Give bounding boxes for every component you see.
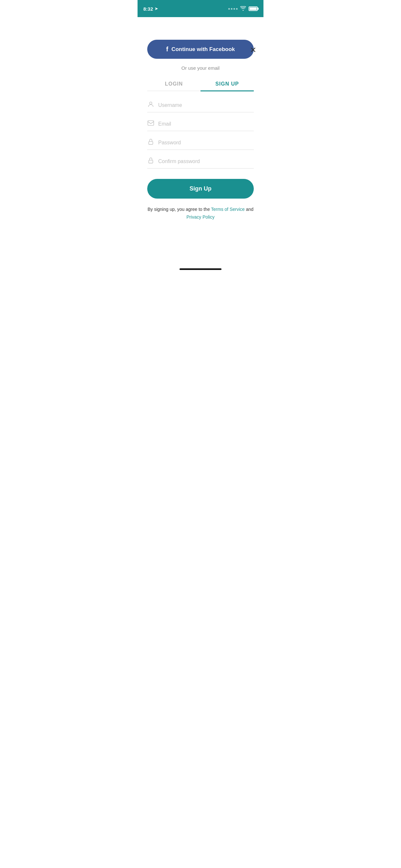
tab-signup[interactable]: SIGN UP [201, 77, 254, 91]
auth-tabs: LOGIN SIGN UP [147, 77, 254, 91]
location-icon: ➤ [155, 6, 158, 11]
lock-icon [147, 138, 154, 147]
home-indicator [180, 268, 221, 270]
battery-icon [249, 6, 258, 11]
password-input[interactable] [158, 140, 254, 146]
email-field-group [147, 120, 254, 131]
email-input[interactable] [158, 121, 254, 127]
main-content: ✕ f Continue with Facebook Or use your e… [137, 40, 264, 221]
signup-button[interactable]: Sign Up [147, 179, 254, 198]
teal-accent-line [137, 16, 264, 17]
or-text: Or use your email [147, 65, 254, 71]
username-input[interactable] [158, 102, 254, 108]
close-button[interactable]: ✕ [250, 46, 256, 54]
status-time: 8:32 ➤ [143, 6, 158, 11]
tab-login[interactable]: LOGIN [147, 77, 201, 91]
confirm-password-input[interactable] [158, 159, 254, 164]
terms-of-service-link[interactable]: Terms of Service [211, 207, 245, 212]
time-label: 8:32 [143, 6, 153, 11]
status-icons [228, 6, 258, 11]
confirm-password-field-group [147, 157, 254, 168]
facebook-icon: f [166, 45, 168, 53]
privacy-policy-link[interactable]: Privacy Policy [186, 214, 214, 220]
person-icon [147, 101, 154, 110]
terms-text: By signing up, you agree to the Terms of… [147, 206, 254, 221]
confirm-lock-icon [147, 157, 154, 166]
email-icon [147, 120, 154, 128]
svg-rect-3 [149, 160, 153, 163]
status-bar: 8:32 ➤ [137, 0, 264, 16]
facebook-button[interactable]: f Continue with Facebook [147, 40, 254, 59]
terms-conjunction: and [245, 207, 253, 212]
svg-point-0 [150, 102, 152, 104]
facebook-label: Continue with Facebook [172, 46, 235, 53]
password-field-group [147, 138, 254, 150]
signal-dots [228, 8, 238, 10]
username-field-group [147, 101, 254, 113]
wifi-icon [240, 6, 246, 11]
svg-rect-2 [149, 142, 153, 144]
terms-prefix: By signing up, you agree to the [148, 207, 211, 212]
svg-rect-1 [148, 121, 154, 126]
